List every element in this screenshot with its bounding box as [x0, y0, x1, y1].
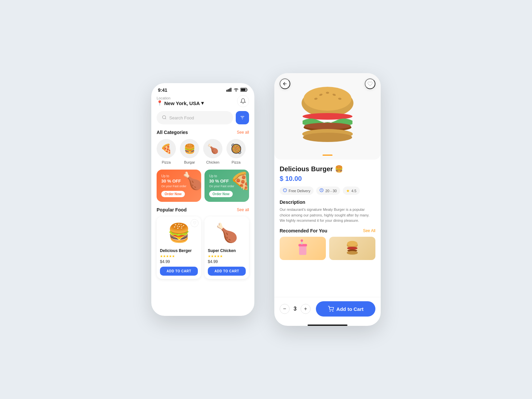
- category-pizza-icon: 🍕: [157, 139, 176, 158]
- hero-favorite-button[interactable]: [365, 78, 375, 89]
- food-card-burger-favorite[interactable]: ♡: [191, 219, 199, 227]
- categories-title: All Categories: [157, 130, 188, 135]
- food-card-chicken-add-to-cart[interactable]: ADD TO CART: [208, 267, 246, 276]
- home-indicator: [308, 325, 347, 326]
- rating-label: 4.5: [351, 189, 356, 193]
- popular-food-title: Popular Food: [157, 207, 187, 212]
- svg-point-22: [303, 133, 352, 142]
- banner-orange-food-icon: 🍗: [182, 171, 201, 191]
- svg-point-14: [326, 92, 329, 94]
- svg-point-35: [347, 251, 358, 255]
- delivery-icon: [283, 188, 287, 193]
- food-card-burger-stars: ★★★★★: [160, 254, 198, 258]
- quantity-value: 3: [294, 306, 297, 312]
- category-pasta[interactable]: 🥘 Pizza: [226, 139, 246, 164]
- recommended-see-all[interactable]: See All: [363, 228, 375, 233]
- food-card-chicken-price: $4.99: [208, 259, 246, 264]
- battery-icon: [240, 87, 248, 93]
- recommended-row: [280, 237, 375, 260]
- product-title: Delicious Burger 🍔: [280, 165, 375, 173]
- search-row: Search Food: [157, 111, 249, 124]
- back-button[interactable]: [280, 78, 290, 89]
- status-bar: 9:41: [151, 83, 254, 95]
- add-to-cart-label: Add to Cart: [336, 306, 364, 312]
- quantity-control: − 3 +: [280, 304, 311, 314]
- food-card-burger: ♡ 🍔 Delicious Berger ★★★★★ $4.99 ADD TO …: [157, 216, 201, 279]
- banner-orange-cta[interactable]: Order Now: [161, 191, 185, 197]
- delivery-pill: Free Delivery: [280, 187, 314, 195]
- location-chevron-icon: ▾: [201, 100, 204, 106]
- food-card-chicken: 🍗 Super Chicken ★★★★★ $4.99 ADD TO CART: [204, 216, 249, 279]
- recommended-header: Recomended For You See All: [280, 228, 375, 233]
- notification-button[interactable]: [237, 95, 249, 107]
- quantity-decrease-button[interactable]: −: [280, 304, 290, 314]
- location-pin-icon: 📍: [157, 100, 163, 106]
- product-hero-image: [274, 73, 381, 160]
- category-pasta-label: Pizza: [232, 160, 241, 164]
- product-price: $ 10.00: [280, 175, 375, 183]
- category-burger[interactable]: 🍔 Burgar: [180, 139, 199, 164]
- recommended-title: Recomended For You: [280, 228, 327, 233]
- time-pill: 20 - 30: [316, 187, 340, 195]
- phone1-content: Location 📍 New York, USA ▾ Search Food: [151, 95, 254, 316]
- search-icon: [162, 115, 167, 121]
- signal-icon: [226, 88, 232, 92]
- food-card-chicken-image: 🍗: [208, 220, 246, 246]
- search-placeholder: Search Food: [169, 115, 194, 120]
- food-card-chicken-stars: ★★★★★: [208, 254, 246, 258]
- location-value[interactable]: 📍 New York, USA ▾: [157, 100, 204, 106]
- promo-banner-green: Up to 30 % OFF On your Fast order Order …: [204, 170, 249, 202]
- location-label: Location: [157, 96, 204, 100]
- rec-card-2[interactable]: [329, 237, 375, 260]
- categories-header: All Categories See all: [157, 130, 249, 135]
- location-city: New York, USA: [164, 100, 200, 106]
- add-to-cart-main-button[interactable]: Add to Cart: [316, 301, 375, 317]
- svg-point-12: [304, 87, 351, 111]
- svg-rect-0: [226, 90, 227, 92]
- banner-green-food-icon: 🍕: [230, 171, 249, 191]
- product-detail-content: Delicious Burger 🍔 $ 10.00 Free Delivery…: [274, 160, 381, 297]
- svg-point-7: [163, 115, 166, 118]
- banners-row: Up to 30 % OFF On your Fast order Order …: [157, 170, 249, 202]
- description-title: Description: [280, 200, 375, 205]
- quantity-increase-button[interactable]: +: [301, 304, 311, 314]
- svg-rect-27: [299, 245, 307, 255]
- category-burger-label: Burgar: [184, 160, 195, 164]
- food-card-burger-price: $4.99: [160, 259, 198, 264]
- wifi-icon: [233, 87, 239, 93]
- filter-button[interactable]: [236, 111, 249, 124]
- star-icon: ★: [346, 189, 350, 193]
- rec-card-1[interactable]: [280, 237, 326, 260]
- phone-1: 9:41 Location 📍 New York, USA ▾: [151, 83, 254, 316]
- food-card-burger-name: Delicious Berger: [160, 248, 198, 253]
- svg-point-30: [301, 239, 303, 242]
- banner-green-cta[interactable]: Order Now: [209, 191, 233, 197]
- svg-point-4: [236, 91, 236, 91]
- category-chicken-label: Chicken: [206, 160, 219, 164]
- category-chicken-icon: 🍗: [203, 139, 222, 158]
- svg-point-37: [332, 311, 333, 312]
- svg-rect-1: [228, 89, 229, 92]
- svg-point-36: [330, 311, 331, 312]
- category-pasta-icon: 🥘: [226, 139, 246, 158]
- food-card-chicken-name: Super Chicken: [208, 248, 246, 253]
- delivery-label: Free Delivery: [289, 189, 310, 193]
- food-card-burger-add-to-cart[interactable]: ADD TO CART: [160, 267, 198, 276]
- status-icons: [226, 87, 248, 93]
- product-bottom-bar: − 3 + Add to Cart: [274, 297, 381, 323]
- search-box[interactable]: Search Food: [157, 111, 233, 124]
- svg-rect-28: [299, 244, 307, 246]
- product-info-pills: Free Delivery 20 - 30 ★ 4.5: [280, 187, 375, 195]
- category-pizza[interactable]: 🍕 Pizza: [157, 139, 176, 164]
- status-time: 9:41: [158, 87, 167, 93]
- svg-point-20: [304, 123, 351, 129]
- hero-page-indicator: [323, 155, 332, 156]
- categories-see-all[interactable]: See all: [237, 130, 249, 135]
- location-group: Location 📍 New York, USA ▾: [157, 96, 204, 106]
- svg-rect-2: [229, 88, 230, 92]
- popular-see-all[interactable]: See all: [237, 207, 249, 212]
- svg-point-32: [347, 241, 357, 247]
- popular-food-header: Popular Food See all: [157, 207, 249, 212]
- location-row: Location 📍 New York, USA ▾: [157, 95, 249, 107]
- category-chicken[interactable]: 🍗 Chicken: [203, 139, 222, 164]
